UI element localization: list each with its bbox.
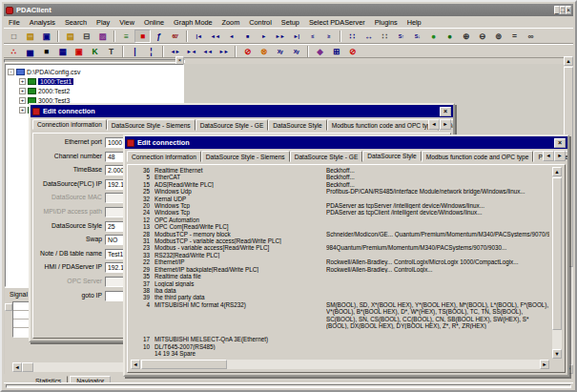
tab-connection-information[interactable]: Connection information (32, 119, 107, 130)
list-item[interactable]: 14 19 34 Spare (131, 350, 549, 357)
menu-item-online[interactable]: Online (139, 17, 169, 28)
stop-icon[interactable]: ■ (239, 30, 256, 43)
list-horizontal-scrollbar[interactable]: ◄ ► (131, 360, 549, 369)
time-slider-track[interactable] (4, 59, 185, 63)
scroll-up-icon[interactable]: ▲ (564, 56, 573, 66)
equal-scale-icon[interactable]: = (506, 30, 523, 43)
list-item[interactable]: 32Kernal UDP (131, 196, 549, 202)
world-icon[interactable]: ● (425, 30, 442, 43)
shift-right-icon[interactable]: ►► (216, 45, 232, 58)
new-file-icon[interactable]: □ (6, 30, 22, 43)
world-refresh-icon[interactable]: ● (442, 30, 458, 43)
range-select-icon[interactable]: ∷ (344, 30, 361, 43)
zoom-out-icon[interactable]: ⊖ (474, 30, 490, 43)
list-item[interactable]: 37Logical signals (131, 280, 549, 287)
scroll-right-icon[interactable]: ► (540, 360, 549, 369)
tree-item-2000-test2[interactable]: +2000:Test2 (8, 86, 183, 95)
list-item[interactable]: 12OPC Automation (131, 217, 549, 223)
skip-to-end-icon[interactable]: ►| (288, 30, 304, 43)
sort-down-icon[interactable]: S↓ (409, 30, 425, 43)
tab-scroll-right-icon[interactable]: ► (440, 119, 451, 130)
black-square-icon[interactable]: ■ (38, 45, 54, 58)
list-item[interactable]: 15ADS[Read/Write PLC]Beckhoff... (131, 181, 549, 188)
tree-expand-icon[interactable]: + (19, 107, 26, 113)
signal-panel-gripper[interactable] (5, 303, 12, 311)
signal-manager-icon[interactable]: ◆ (312, 45, 328, 58)
menu-item-plugins[interactable]: Plugins (370, 17, 402, 28)
tab-datasource-style-siemens[interactable]: DataSource Style - Siemens (201, 151, 290, 162)
list-item[interactable]: 20Windows TcpPDAServer as tcpServer /int… (131, 202, 549, 209)
list-item[interactable]: 39the third party data (131, 294, 549, 300)
page-forward-icon[interactable]: ≥ (320, 30, 337, 43)
close-icon[interactable]: × (440, 107, 451, 116)
function-icon[interactable]: ƒ (151, 30, 167, 43)
grid-select-icon[interactable]: ∷ (377, 30, 393, 43)
list-item[interactable]: 10DL/T645-2007(RS485) (131, 343, 549, 350)
text-view-icon[interactable]: T (103, 45, 119, 58)
tab-scroll-left-icon[interactable]: ◄ (428, 119, 440, 130)
menu-item-control[interactable]: Control (244, 17, 277, 28)
scroll-up-icon[interactable]: ▲ (552, 167, 562, 176)
channel-grid-icon[interactable]: ⊞ (328, 45, 344, 58)
open-file-icon[interactable]: ▤ (22, 30, 38, 43)
list-item[interactable]: 5EtherCATBeckhoff... (131, 174, 549, 180)
dialog-titlebar[interactable]: Edit connection × (125, 136, 567, 149)
tree-collapse-icon[interactable]: - (8, 69, 14, 75)
tree-expand-icon[interactable]: + (19, 88, 26, 94)
shift-left-icon[interactable]: ◄◄ (199, 45, 216, 58)
menu-item-search[interactable]: Search (60, 17, 92, 28)
tab-modbus-function-code-and-opc-type[interactable]: Modbus function code and OPC type (422, 151, 534, 162)
bar-chart-icon[interactable]: ▅ (22, 45, 38, 58)
list-item[interactable]: 13OPC Com[Read/Write PLC] (131, 223, 549, 230)
tab-datasource-style-ge[interactable]: DataSource Style - GE (290, 151, 363, 162)
scatter-plot-icon[interactable]: ∴ (6, 45, 22, 58)
list-item[interactable]: 35Realtime data file (131, 273, 549, 279)
list-item[interactable]: 17MITSUBISHI MELSECT-QnA 3E(Ethernet) (131, 336, 549, 342)
tab-datasource-style[interactable]: DataSource Style (362, 151, 421, 161)
signal-scroll-thumb[interactable] (22, 362, 33, 372)
menu-item-view[interactable]: View (114, 17, 139, 28)
cursor-dashed-icon[interactable]: ¦ (143, 45, 159, 58)
tree-item-1000-test1[interactable]: +1000:Test1 (8, 76, 183, 86)
zoom-window-icon[interactable]: ⊚ (490, 30, 506, 43)
tree-root[interactable]: -D:\PDA\Config.csv (8, 67, 183, 76)
xy-plot-icon[interactable]: Xy (272, 45, 288, 58)
close-button[interactable]: × (566, 6, 571, 14)
menu-item-graph-mode[interactable]: Graph Mode (169, 17, 217, 28)
pan-horizontal-icon[interactable]: ↔ (361, 30, 377, 43)
close-icon[interactable]: × (554, 138, 566, 148)
list-item[interactable]: 33RS232[Read/Write PLC] (131, 252, 549, 258)
menu-item-analysis[interactable]: Analysis (25, 17, 60, 28)
menu-item-play[interactable]: Play (92, 17, 114, 28)
list-item[interactable]: 22Ethernet/IPRockwell/Allen-Bradley... C… (131, 258, 549, 265)
tab-modbus-function-code-and-opc-type[interactable]: Modbus function code and OPC type (327, 119, 440, 131)
dialog-titlebar[interactable]: Edit connection × (31, 105, 453, 117)
menu-item-file[interactable]: File (4, 17, 25, 28)
tab-datasource-style-ge[interactable]: DataSource Style - GE (196, 119, 269, 131)
cursor-line-icon[interactable]: | (127, 45, 143, 58)
skip-to-start-icon[interactable]: |◄ (191, 30, 207, 43)
xy-plot2-icon[interactable]: Xy (288, 45, 304, 58)
tree-expand-icon[interactable]: + (19, 78, 26, 85)
menu-item-select-pdaserver[interactable]: Select PDAServer (304, 17, 370, 28)
list-item[interactable]: 25Windows UdpProfibus-DP/CAN/RS485/inter… (131, 188, 549, 195)
list-item[interactable]: 4MITSUBISHI MC format 4(RS232)SM(BOOL), … (131, 301, 549, 330)
record-icon[interactable]: ■ (134, 30, 151, 43)
list-item[interactable]: 31ModbusTCP - variable access[Read/Write… (131, 237, 549, 244)
play-icon[interactable]: ► (256, 30, 272, 43)
realtime-alarm-icon[interactable]: ⊗ (256, 45, 272, 58)
tab-connection-information[interactable]: Connection information (127, 151, 201, 162)
tab-scroll-left-icon[interactable]: ◄ (543, 151, 554, 161)
list-item[interactable]: 29Ethernet/IP backplate[Read/Write PLC]R… (131, 266, 549, 273)
rewind-icon[interactable]: ◄◄ (207, 30, 223, 43)
menu-item-setup[interactable]: Setup (277, 17, 304, 28)
list-vertical-scrollbar[interactable]: ▲ ▼ (552, 167, 562, 359)
zoom-in-icon[interactable]: ⊕ (458, 30, 474, 43)
maximize-button[interactable]: □ (560, 6, 566, 14)
disconnect-icon[interactable]: ⊘ (344, 45, 361, 58)
open-analysis-icon[interactable]: ▤ (62, 30, 78, 43)
scroll-down-icon[interactable]: ▼ (552, 349, 562, 359)
tab-datasource-style[interactable]: DataSource Style (268, 119, 326, 131)
open-play-folder-icon[interactable]: ▨ (94, 30, 111, 43)
step-back-icon[interactable]: ◄ (223, 30, 239, 43)
